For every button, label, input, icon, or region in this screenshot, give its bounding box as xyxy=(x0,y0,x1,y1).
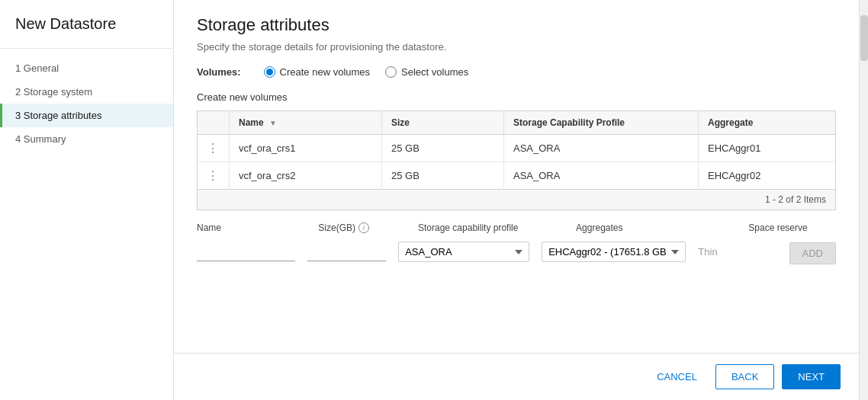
name-field-label: Name xyxy=(197,222,306,233)
section-label: Create new volumes xyxy=(197,91,836,103)
radio-select-volumes[interactable]: Select volumes xyxy=(385,66,468,78)
col-header-aggregate: Aggregate xyxy=(699,111,836,135)
form-labels-row: Name Size(GB) i Storage capability profi… xyxy=(197,222,836,233)
sidebar-item-storage-system[interactable]: 2 Storage system xyxy=(0,80,173,104)
col-header-check xyxy=(198,111,230,135)
row1-menu[interactable]: ⋮ xyxy=(198,135,230,162)
size-info-icon[interactable]: i xyxy=(358,222,369,233)
volumes-row: Volumes: Create new volumes Select volum… xyxy=(197,66,836,78)
page-subtitle: Specify the storage details for provisio… xyxy=(197,41,836,53)
row1-size: 25 GB xyxy=(382,135,504,162)
add-form: Name Size(GB) i Storage capability profi… xyxy=(197,222,836,264)
row2-menu[interactable]: ⋮ xyxy=(198,162,230,190)
size-input[interactable] xyxy=(307,243,386,261)
row1-scp: ASA_ORA xyxy=(504,135,699,162)
row1-name: vcf_ora_crs1 xyxy=(230,135,382,162)
sidebar-item-storage-attributes[interactable]: 3 Storage attributes xyxy=(0,104,173,127)
row2-scp: ASA_ORA xyxy=(504,162,699,190)
row1-aggregate: EHCAggr01 xyxy=(699,135,836,162)
table-row: ⋮ vcf_ora_crs1 25 GB ASA_ORA EHCAggr01 xyxy=(198,135,836,162)
row2-name: vcf_ora_crs2 xyxy=(230,162,382,190)
table-row: ⋮ vcf_ora_crs2 25 GB ASA_ORA EHCAggr02 xyxy=(198,162,836,190)
space-field-label: Space reserve xyxy=(748,222,836,233)
radio-create-volumes[interactable]: Create new volumes xyxy=(264,66,371,78)
col-header-name[interactable]: Name ▼ xyxy=(230,111,382,135)
page-title: Storage attributes xyxy=(197,15,836,35)
sidebar-item-general[interactable]: 1 General xyxy=(0,56,173,80)
sidebar: New Datastore 1 General 2 Storage system… xyxy=(0,0,174,400)
radio-create-label: Create new volumes xyxy=(280,66,371,78)
volumes-table: Name ▼ Size Storage Capability Profile A… xyxy=(197,110,836,190)
scp-select[interactable]: ASA_ORA xyxy=(398,242,529,262)
agg-field-label: Aggregates xyxy=(576,222,736,233)
size-field-label: Size(GB) i xyxy=(318,222,406,233)
agg-select[interactable]: EHCAggr02 - (17651.8 GB xyxy=(542,242,686,262)
col-header-size: Size xyxy=(382,111,504,135)
back-button[interactable]: BACK xyxy=(715,364,774,389)
scp-field-label: Storage capability profile xyxy=(418,222,564,233)
app-title: New Datastore xyxy=(0,0,173,49)
sidebar-item-summary[interactable]: 4 Summary xyxy=(0,127,173,151)
main-panel: Storage attributes Specify the storage d… xyxy=(174,0,859,400)
main-content: Storage attributes Specify the storage d… xyxy=(174,0,859,353)
name-input[interactable] xyxy=(197,243,295,261)
space-reserve-value: Thin xyxy=(698,242,776,261)
row2-aggregate: EHCAggr02 xyxy=(699,162,836,190)
sidebar-nav: 1 General 2 Storage system 3 Storage att… xyxy=(0,49,173,158)
col-header-scp: Storage Capability Profile xyxy=(504,111,699,135)
row2-size: 25 GB xyxy=(382,162,504,190)
volumes-label: Volumes: xyxy=(197,66,241,78)
footer: CANCEL BACK NEXT xyxy=(174,353,859,400)
table-pagination: 1 - 2 of 2 Items xyxy=(197,190,836,210)
sort-icon: ▼ xyxy=(269,119,277,127)
next-button[interactable]: NEXT xyxy=(782,364,841,389)
radio-select-label: Select volumes xyxy=(401,66,468,78)
add-button[interactable]: ADD xyxy=(789,242,836,264)
scrollbar-track[interactable] xyxy=(859,0,868,400)
cancel-button[interactable]: CANCEL xyxy=(646,365,708,389)
form-inputs-row: ASA_ORA EHCAggr02 - (17651.8 GB Thin ADD xyxy=(197,239,836,264)
scrollbar-thumb[interactable] xyxy=(860,15,868,61)
